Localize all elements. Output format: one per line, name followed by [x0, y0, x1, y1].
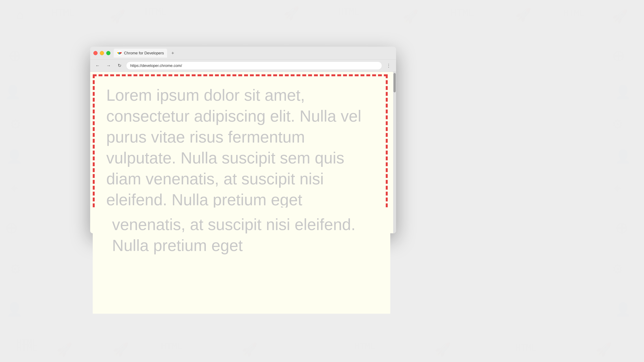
svg-text:⊕: ⊕: [612, 46, 625, 64]
title-bar: Chrome for Developers +: [90, 47, 396, 59]
svg-text:🚀: 🚀: [596, 342, 612, 357]
maximize-button[interactable]: [106, 51, 110, 55]
scrollbar-thumb[interactable]: [394, 73, 396, 92]
below-fold-text: venenatis, at suscipit nisi eleifend. Nu…: [112, 215, 356, 254]
svg-text:🚀: 🚀: [110, 9, 126, 24]
svg-text:HTML: HTML: [161, 341, 182, 351]
svg-text:HTML: HTML: [451, 7, 474, 18]
svg-text:HTML: HTML: [515, 343, 536, 353]
browser-window: Chrome for Developers + ← → ↻ https://de…: [90, 47, 396, 233]
svg-text:🚀: 🚀: [283, 6, 300, 21]
svg-text:🚀: 🚀: [435, 342, 451, 357]
browser-menu-button[interactable]: ⋮: [384, 61, 393, 70]
svg-text:⌂: ⌂: [16, 7, 24, 22]
svg-text:🚀: 🚀: [113, 342, 129, 357]
scrollbar[interactable]: [393, 72, 396, 233]
url-text: https://developer.chrome.com/: [130, 63, 182, 68]
chrome-favicon: [117, 50, 122, 56]
svg-text:HTML: HTML: [16, 343, 37, 353]
tab-area: Chrome for Developers +: [114, 47, 393, 59]
address-bar[interactable]: https://developer.chrome.com/: [126, 62, 382, 70]
svg-point-39: [119, 52, 120, 54]
lorem-text: Lorem ipsum dolor sit amet, consectetur …: [96, 78, 387, 217]
svg-text:👤: 👤: [5, 84, 21, 100]
svg-text:⚙: ⚙: [612, 262, 624, 276]
svg-text:👤: 👤: [615, 302, 631, 317]
svg-text:HTML: HTML: [52, 7, 75, 18]
svg-text:HTML: HTML: [145, 6, 166, 16]
svg-text:🚀: 🚀: [402, 9, 418, 24]
svg-text:⚙: ⚙: [612, 117, 624, 131]
svg-text:✦: ✦: [9, 181, 20, 196]
svg-text:⊕: ⊕: [5, 219, 18, 237]
nav-bar: ← → ↻ https://developer.chrome.com/ ⋮: [90, 59, 396, 72]
svg-text:⚙: ⚙: [10, 262, 21, 276]
svg-text:👤: 👤: [6, 302, 22, 317]
svg-text:HTML: HTML: [564, 8, 585, 18]
svg-text:HTML: HTML: [338, 6, 359, 16]
svg-text:👤: 👤: [615, 84, 631, 100]
refresh-button[interactable]: ↻: [115, 61, 124, 70]
svg-text:⚙: ⚙: [10, 117, 21, 131]
below-fold-content: venenatis, at suscipit nisi eleifend. Nu…: [93, 208, 390, 314]
svg-text:⊕: ⊕: [8, 46, 22, 64]
svg-text:⊕: ⊕: [615, 219, 628, 237]
svg-text:🚀: 🚀: [242, 342, 258, 357]
close-button[interactable]: [94, 51, 98, 55]
minimize-button[interactable]: [100, 51, 104, 55]
svg-text:✦: ✦: [612, 181, 622, 196]
svg-text:👤: 👤: [6, 149, 22, 164]
back-button[interactable]: ←: [94, 61, 102, 70]
new-tab-button[interactable]: +: [169, 49, 177, 57]
svg-text:🚀: 🚀: [612, 9, 628, 24]
svg-text:🚀: 🚀: [56, 342, 72, 357]
svg-text:👤: 👤: [615, 149, 631, 164]
svg-text:🚀: 🚀: [515, 7, 531, 22]
svg-text:HTML: HTML: [354, 341, 376, 351]
active-tab[interactable]: Chrome for Developers: [114, 48, 167, 58]
forward-button[interactable]: →: [104, 61, 113, 70]
tab-title: Chrome for Developers: [124, 51, 164, 55]
traffic-lights: [94, 51, 110, 55]
